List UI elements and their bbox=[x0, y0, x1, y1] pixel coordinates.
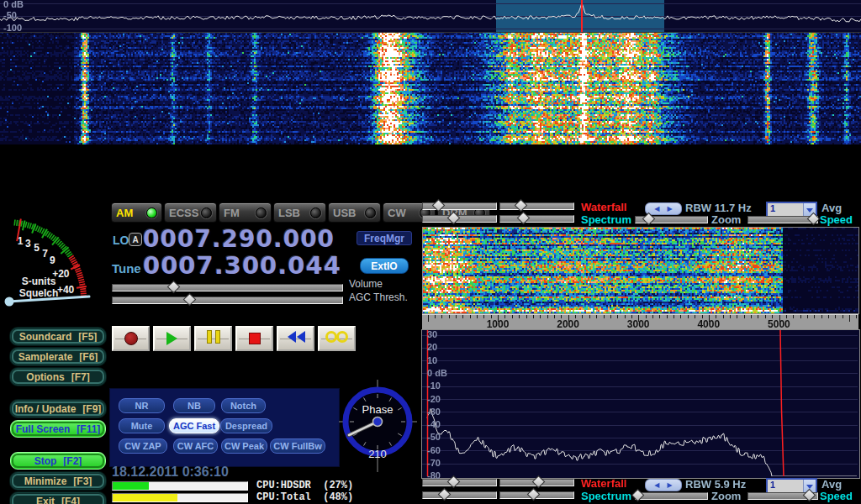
button-label: Minimize bbox=[24, 475, 67, 487]
display-adjust-slider[interactable] bbox=[499, 491, 574, 499]
play-icon bbox=[166, 332, 177, 345]
mode-led-icon bbox=[201, 207, 212, 218]
audio-waterfall-display[interactable] bbox=[422, 227, 859, 314]
stop-button[interactable]: Stop[F2] bbox=[10, 452, 106, 470]
display-adjust-slider-thumb[interactable] bbox=[432, 199, 446, 213]
spectrum-mode-label[interactable]: Spectrum bbox=[581, 213, 631, 226]
smeter-units-label: S-units bbox=[22, 276, 56, 287]
dsp-nb-button[interactable]: NB bbox=[173, 398, 215, 413]
dsp-cw-zap-button[interactable]: CW ZAP bbox=[119, 438, 167, 454]
scroll-arrows[interactable]: ◀▶ bbox=[645, 479, 682, 491]
display-adjust-slider[interactable] bbox=[422, 215, 497, 223]
smeter-scale-label: 9 bbox=[50, 255, 55, 266]
freqmgr-button[interactable]: FreqMgr bbox=[357, 231, 412, 245]
display-adjust-slider-thumb[interactable] bbox=[515, 199, 528, 213]
playback-button-row bbox=[112, 326, 356, 351]
minimize-button[interactable]: Minimize[F3] bbox=[10, 472, 106, 490]
record-button[interactable] bbox=[112, 326, 150, 351]
mode-button-am[interactable]: AM bbox=[111, 202, 162, 223]
full-screen-button[interactable]: Full Screen[F11] bbox=[10, 420, 106, 438]
options-button[interactable]: Options[F7] bbox=[10, 368, 106, 386]
scroll-arrows[interactable]: ◀▶ bbox=[645, 202, 682, 215]
phase-label: Phase bbox=[362, 403, 394, 416]
waterfall-mode-label[interactable]: Waterfall bbox=[581, 201, 626, 213]
freq-label: 3000 bbox=[627, 318, 650, 330]
dsp-mute-button[interactable]: Mute bbox=[119, 418, 165, 433]
dsp-nr-button[interactable]: NR bbox=[119, 398, 165, 413]
display-adjust-slider-thumb[interactable] bbox=[447, 212, 461, 225]
cpu-bar-track bbox=[112, 493, 248, 502]
avg-label: Avg bbox=[821, 202, 842, 214]
speed-slider[interactable] bbox=[747, 216, 818, 223]
mode-label: USB bbox=[333, 207, 356, 219]
speed-slider[interactable] bbox=[747, 492, 818, 500]
button-fkey: [F5] bbox=[78, 331, 97, 343]
audio-display-controls: WaterfallSpectrum◀▶RBW 5.9 Hz1AvgZoomSpe… bbox=[420, 477, 861, 503]
pause-button[interactable] bbox=[194, 326, 232, 351]
speed-label: Speed bbox=[820, 490, 853, 502]
tune-cursor-line[interactable] bbox=[581, 0, 583, 32]
audio-spectrum-display[interactable]: 3020100 dB-10-20-30-40-50-60-70-80 bbox=[421, 329, 860, 479]
cpu-bar-fill bbox=[113, 494, 177, 501]
waterfall-mode-label[interactable]: Waterfall bbox=[581, 477, 626, 490]
db-label: 10 bbox=[427, 355, 437, 365]
volume-slider[interactable] bbox=[112, 284, 343, 291]
samplerate-button[interactable]: Samplerate[F6] bbox=[10, 348, 106, 365]
exit-button[interactable]: Exit[F4] bbox=[10, 492, 106, 504]
dsp-button-panel: NRNBNotchMuteAGC FastDespreadCW ZAPCW AF… bbox=[109, 388, 340, 467]
squelch-needle-pivot[interactable] bbox=[5, 297, 14, 307]
play-button[interactable] bbox=[153, 326, 191, 351]
smeter-scale-label: 3 bbox=[25, 238, 31, 249]
arrow-left-icon[interactable]: ◀ bbox=[654, 482, 659, 489]
mode-button-usb[interactable]: USB bbox=[328, 202, 381, 223]
zoom-slider-thumb[interactable] bbox=[631, 489, 645, 502]
freq-label: 1000 bbox=[487, 318, 510, 330]
button-label: Stop bbox=[34, 455, 57, 467]
main-spectrum-display[interactable]: 0 dB-50-100 bbox=[0, 0, 861, 33]
dsp-cw-fullbw-button[interactable]: CW FullBw bbox=[270, 438, 325, 454]
display-adjust-slider[interactable] bbox=[422, 479, 497, 486]
arrow-right-icon[interactable]: ▶ bbox=[668, 206, 673, 213]
cpu-bar-track bbox=[112, 481, 248, 491]
spectrum-trace bbox=[422, 330, 858, 476]
mode-button-ecss[interactable]: ECSS bbox=[164, 202, 217, 223]
cpu-bar-fill bbox=[113, 482, 149, 490]
volume-slider-thumb[interactable] bbox=[167, 281, 181, 294]
spectrum-mode-label[interactable]: Spectrum bbox=[581, 490, 631, 502]
agc-threshold-slider-thumb[interactable] bbox=[183, 293, 197, 307]
agc-threshold-slider[interactable] bbox=[112, 297, 343, 304]
mode-label: ECSS bbox=[169, 207, 198, 219]
display-adjust-slider-thumb[interactable] bbox=[527, 488, 541, 501]
soundcard-button[interactable]: Soundcard[F5] bbox=[10, 328, 106, 345]
info-update-button[interactable]: Info / Update[F9] bbox=[10, 400, 106, 417]
dsp-notch-button[interactable]: Notch bbox=[221, 398, 266, 413]
display-adjust-slider[interactable] bbox=[422, 202, 497, 210]
dsp-cw-afc-button[interactable]: CW AFC bbox=[173, 438, 218, 454]
dsp-agc-fast-button[interactable]: AGC Fast bbox=[169, 418, 219, 433]
display-adjust-slider[interactable] bbox=[499, 479, 574, 486]
loop-button[interactable] bbox=[318, 326, 356, 351]
mode-button-fm[interactable]: FM bbox=[219, 202, 272, 223]
arrow-right-icon[interactable]: ▶ bbox=[668, 482, 673, 489]
display-adjust-slider[interactable] bbox=[422, 491, 497, 499]
display-adjust-slider[interactable] bbox=[499, 215, 574, 223]
display-adjust-slider-thumb[interactable] bbox=[438, 488, 452, 501]
mode-button-lsb[interactable]: LSB bbox=[273, 202, 326, 223]
extio-button[interactable]: ExtIO bbox=[360, 258, 409, 274]
stop-button[interactable] bbox=[235, 326, 273, 351]
dsp-despread-button[interactable]: Despread bbox=[220, 418, 272, 433]
rewind-icon bbox=[287, 331, 305, 346]
dsp-cw-peak-button[interactable]: CW Peak bbox=[221, 438, 267, 454]
display-adjust-slider-thumb[interactable] bbox=[447, 475, 461, 489]
rewind-button[interactable] bbox=[277, 326, 314, 351]
lo-lock-button[interactable]: A bbox=[129, 233, 142, 246]
arrow-left-icon[interactable]: ◀ bbox=[654, 206, 659, 213]
display-adjust-slider-thumb[interactable] bbox=[531, 475, 545, 489]
display-adjust-slider-thumb[interactable] bbox=[517, 212, 531, 225]
tune-frequency-value[interactable]: 0007.300.044 bbox=[143, 251, 341, 280]
zoom-slider[interactable] bbox=[635, 492, 708, 500]
lo-frequency-value[interactable]: 0007.290.000 bbox=[143, 225, 335, 253]
zoom-slider[interactable] bbox=[635, 216, 708, 223]
display-adjust-slider[interactable] bbox=[499, 202, 574, 210]
audio-frequency-ruler[interactable]: 10002000300040005000 bbox=[422, 314, 858, 330]
